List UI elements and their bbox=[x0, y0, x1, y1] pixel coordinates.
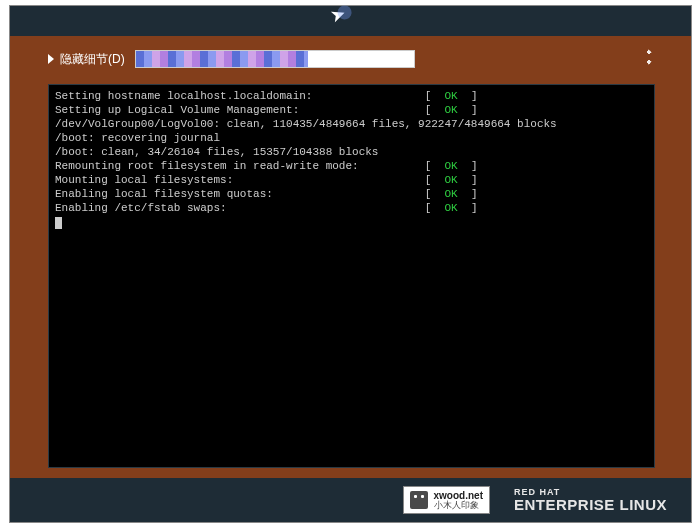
boot-terminal: Setting hostname localhost.localdomain: … bbox=[48, 84, 655, 468]
terminal-cursor-line bbox=[55, 215, 648, 229]
triangle-right-icon bbox=[48, 54, 54, 64]
boot-progress-bar bbox=[135, 50, 415, 68]
boot-log-line: /boot: recovering journal bbox=[55, 131, 648, 145]
boot-log-line: Mounting local filesystems: [ OK ] bbox=[55, 173, 648, 187]
brand-logo: RED HAT ENTERPRISE LINUX bbox=[514, 488, 667, 512]
boot-log-line: Setting up Logical Volume Management: [ … bbox=[55, 103, 648, 117]
details-row: 隐藏细节(D) bbox=[48, 48, 653, 70]
boot-log-line: Remounting root filesystem in read-write… bbox=[55, 159, 648, 173]
watermark-robot-icon bbox=[410, 491, 428, 509]
terminal-cursor bbox=[55, 217, 62, 229]
hide-details-toggle[interactable]: 隐藏细节(D) bbox=[48, 51, 125, 68]
watermark-badge: xwood.net 小木人印象 bbox=[403, 486, 490, 514]
boot-screen-window: ➤ 隐藏细节(D) Setting hostname localhost.loc… bbox=[9, 5, 692, 523]
footer-bar: xwood.net 小木人印象 RED HAT ENTERPRISE LINUX bbox=[10, 478, 691, 522]
boot-log-line: /boot: clean, 34/26104 files, 15357/1043… bbox=[55, 145, 648, 159]
hide-details-label: 隐藏细节(D) bbox=[60, 51, 125, 68]
boot-log-line: Enabling local filesystem quotas: [ OK ] bbox=[55, 187, 648, 201]
boot-progress-fill bbox=[136, 51, 308, 67]
boot-log-line: Enabling /etc/fstab swaps: [ OK ] bbox=[55, 201, 648, 215]
loading-spinner-icon bbox=[635, 48, 653, 66]
watermark-line1: xwood.net bbox=[434, 491, 483, 501]
watermark-text: xwood.net 小木人印象 bbox=[434, 491, 483, 510]
boot-log-line: Setting hostname localhost.localdomain: … bbox=[55, 89, 648, 103]
boot-log-line: /dev/VolGroup00/LogVol00: clean, 110435/… bbox=[55, 117, 648, 131]
watermark-line2: 小木人印象 bbox=[434, 501, 483, 510]
brand-line2: ENTERPRISE LINUX bbox=[514, 497, 667, 512]
